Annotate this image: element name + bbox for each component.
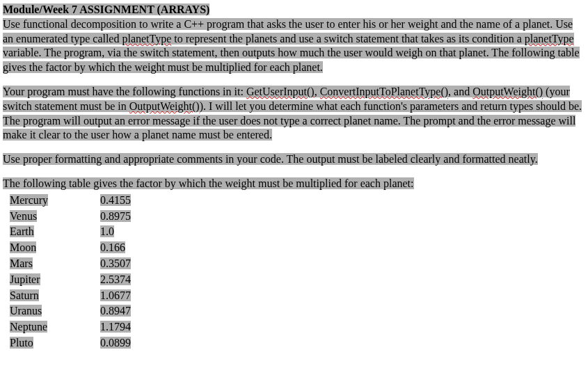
planet-name-cell: Mars — [10, 256, 100, 272]
planet-name-cell: Saturn — [10, 288, 100, 304]
planet-name-cell: Venus — [10, 209, 100, 225]
paragraph-1: Module/Week 7 ASSIGNMENT (ARRAYS) Use fu… — [3, 3, 585, 75]
table-row: Mars0.3507 — [10, 256, 170, 272]
para2-text-c: , and — [448, 86, 472, 97]
para1-text-c: variable. The program, via the switch st… — [3, 47, 580, 73]
table-row: Jupiter2.5374 — [10, 272, 170, 288]
table-row: Pluto0.0899 — [10, 335, 170, 351]
planet-name-cell: Uranus — [10, 303, 100, 319]
planet-factor-cell: 0.0899 — [100, 335, 170, 351]
code-outputweight-1: OutputWeight() — [472, 86, 543, 97]
code-getuserinput: GetUserInput() — [246, 86, 315, 97]
code-convertinput: ConvertInputToPlanetType() — [320, 86, 448, 97]
paragraph-3: Use proper formatting and appropriate co… — [3, 152, 585, 167]
table-row: Venus0.8975 — [10, 209, 170, 225]
planet-name-cell: Neptune — [10, 319, 100, 335]
para2-text-a: Your program must have the following fun… — [3, 86, 246, 97]
table-row: Mercury0.4155 — [10, 193, 170, 209]
para2-text-b: , — [315, 86, 320, 97]
planet-factor-cell: 0.8947 — [100, 303, 170, 319]
table-row: Earth1.0 — [10, 224, 170, 240]
para1-text-b: to represent the planets and use a switc… — [171, 33, 524, 45]
planet-name-cell: Moon — [10, 240, 100, 256]
planet-factor-cell: 1.1794 — [100, 319, 170, 335]
planet-name-cell: Jupiter — [10, 272, 100, 288]
table-row: Neptune1.1794 — [10, 319, 170, 335]
planet-factor-cell: 2.5374 — [100, 272, 170, 288]
planet-factor-cell: 0.4155 — [100, 193, 170, 209]
table-row: Saturn1.0677 — [10, 288, 170, 304]
table-row: Moon0.166 — [10, 240, 170, 256]
planet-factor-cell: 0.8975 — [100, 209, 170, 225]
planet-factor-cell: 1.0 — [100, 224, 170, 240]
code-planettype-2: planetType — [525, 33, 574, 45]
planet-factor-cell: 1.0677 — [100, 288, 170, 304]
table-intro: The following table gives the factor by … — [3, 177, 585, 191]
paragraph-2: Your program must have the following fun… — [3, 85, 585, 143]
planet-factor-cell: 0.3507 — [100, 256, 170, 272]
planet-name-cell: Pluto — [10, 335, 100, 351]
planet-name-cell: Earth — [10, 224, 100, 240]
table-row: Uranus0.8947 — [10, 303, 170, 319]
title: Module/Week 7 ASSIGNMENT (ARRAYS) — [3, 3, 209, 15]
code-outputweight-2: OutputWeight() — [129, 100, 200, 112]
planet-factor-table: Mercury0.4155Venus0.8975Earth1.0Moon0.16… — [10, 193, 170, 351]
planet-name-cell: Mercury — [10, 193, 100, 209]
code-planettype-1: planetType — [122, 33, 171, 45]
planet-factor-cell: 0.166 — [100, 240, 170, 256]
